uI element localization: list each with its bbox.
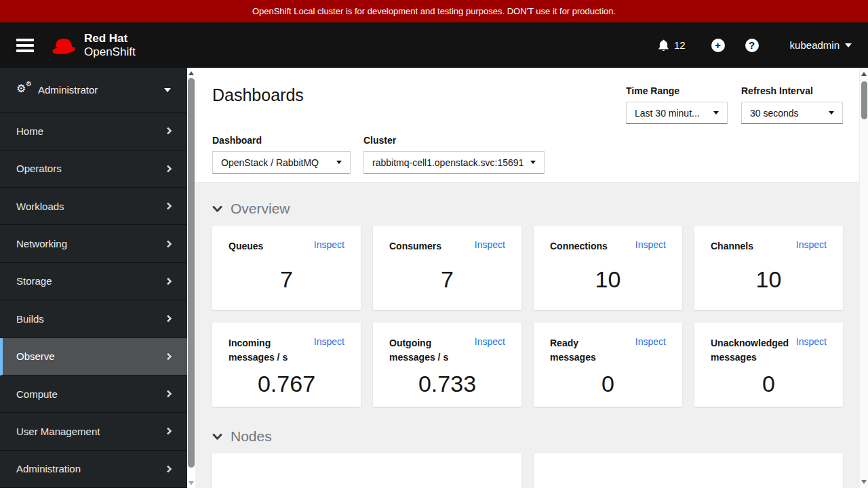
sidebar-item-storage[interactable]: Storage: [0, 263, 187, 300]
inspect-link[interactable]: Inspect: [796, 336, 827, 347]
notifications-button[interactable]: 12: [658, 39, 686, 52]
dashboard-field: Dashboard OpenStack / RabbitMQ: [212, 135, 351, 174]
sidebar-item-operators[interactable]: Operators: [0, 150, 187, 188]
cluster-label: Cluster: [363, 135, 545, 146]
chevron-right-icon: [164, 390, 172, 397]
sidebar-item-networking[interactable]: Networking: [0, 225, 187, 262]
cluster-field: Cluster rabbitmq-cell1.openstack.svc:156…: [363, 135, 545, 174]
inspect-link[interactable]: Inspect: [314, 239, 344, 250]
inspect-link[interactable]: Inspect: [314, 336, 344, 347]
nav-toggle-button[interactable]: [16, 39, 34, 52]
add-button[interactable]: +: [711, 39, 725, 52]
chevron-right-icon: [164, 127, 172, 135]
card-value: 0.767: [258, 368, 315, 397]
card-value: 7: [280, 264, 293, 293]
cluster-select[interactable]: rabbitmq-cell1.openstack.svc:15691: [363, 151, 545, 174]
brand-logo[interactable]: Red Hat OpenShift: [50, 32, 136, 58]
chevron-right-icon: [164, 465, 172, 472]
brand-line1: Red Hat: [84, 32, 136, 45]
inspect-link[interactable]: Inspect: [475, 239, 505, 250]
dashboard-value: OpenStack / RabbitMQ: [221, 157, 319, 168]
inspect-link[interactable]: Inspect: [635, 336, 666, 347]
scroll-down-arrow-icon[interactable]: [189, 481, 194, 485]
sidebar-item-label: Workloads: [16, 201, 64, 212]
sidebar-item-label: Administration: [16, 463, 81, 474]
scroll-up-arrow-icon[interactable]: [189, 71, 194, 75]
sidebar-scrollbar[interactable]: [187, 68, 195, 488]
inspect-link[interactable]: Inspect: [635, 239, 666, 250]
sidebar-item-observe[interactable]: Observe: [0, 338, 187, 375]
card-title: Ready messages: [550, 336, 626, 365]
caret-down-icon: [164, 88, 171, 92]
inspect-link[interactable]: Inspect: [475, 336, 505, 347]
sidebar-item-workloads[interactable]: Workloads: [0, 188, 187, 225]
card-consumers: Consumers Inspect 7: [373, 226, 521, 310]
card-value: 7: [441, 264, 454, 293]
inspect-link[interactable]: Inspect: [796, 239, 827, 250]
sidebar-item-administration[interactable]: Administration: [0, 451, 187, 488]
perspective-label: Administrator: [38, 84, 98, 96]
node-card: [212, 453, 521, 488]
chevron-right-icon: [164, 315, 172, 323]
plus-circle-icon: +: [711, 39, 725, 52]
refresh-interval-select[interactable]: 30 seconds: [741, 102, 843, 124]
card-title: Unacknowledged messages: [711, 336, 787, 365]
chevron-right-icon: [164, 165, 172, 172]
refresh-interval-label: Refresh Interval: [741, 85, 843, 96]
masthead: Red Hat OpenShift 12 + ? kubeadmin: [0, 22, 868, 68]
time-range-label: Time Range: [626, 85, 728, 96]
sidebar-item-label: User Management: [16, 426, 100, 437]
help-button[interactable]: ?: [745, 39, 759, 52]
sidebar-item-label: Operators: [16, 163, 62, 174]
sidebar-item-label: Observe: [16, 350, 55, 362]
card-connections: Connections Inspect 10: [534, 226, 682, 310]
section-title: Overview: [231, 201, 290, 217]
card-title: Outgoing messages / s: [389, 336, 465, 365]
time-range-select[interactable]: Last 30 minut...: [626, 102, 728, 124]
card-value: 10: [595, 264, 621, 293]
sidebar-item-label: Compute: [16, 388, 58, 400]
sidebar-item-label: Storage: [16, 275, 52, 287]
node-card: [534, 453, 843, 488]
caret-down-icon: [829, 111, 834, 115]
sidebar-item-home[interactable]: Home: [0, 113, 187, 150]
overview-card-grid: Queues Inspect 7 Consumers Inspect 7 Con…: [212, 226, 843, 407]
card-ready-messages: Ready messages Inspect 0: [534, 323, 682, 407]
scrollbar-thumb[interactable]: [188, 78, 195, 468]
page-title: Dashboards: [212, 85, 304, 105]
card-queues: Queues Inspect 7: [212, 226, 361, 310]
card-value: 0.733: [418, 368, 476, 397]
sidebar-item-builds[interactable]: Builds: [0, 300, 187, 338]
question-circle-icon: ?: [745, 39, 759, 52]
overview-section-toggle[interactable]: Overview: [212, 201, 843, 217]
nodes-section-toggle[interactable]: Nodes: [212, 428, 843, 445]
sidebar-item-user-management[interactable]: User Management: [0, 413, 187, 450]
card-title: Channels: [711, 239, 753, 253]
scrollbar-thumb[interactable]: [861, 81, 867, 119]
cogs-icon: ⚙⚙: [16, 83, 31, 97]
sidebar-item-compute[interactable]: Compute: [0, 375, 187, 413]
perspective-switcher[interactable]: ⚙⚙ Administrator: [0, 68, 187, 113]
sidebar-item-label: Networking: [16, 238, 67, 249]
caret-down-icon: [713, 111, 719, 115]
card-title: Connections: [550, 239, 608, 253]
sidebar-item-label: Builds: [16, 313, 44, 325]
dashboard-select[interactable]: OpenStack / RabbitMQ: [212, 151, 351, 174]
user-menu[interactable]: kubeadmin: [790, 39, 852, 51]
scroll-up-arrow-icon[interactable]: [861, 72, 867, 76]
time-range-field: Time Range Last 30 minut...: [626, 85, 728, 124]
card-value: 10: [756, 264, 782, 293]
main-scrollbar[interactable]: [859, 68, 868, 488]
brand-text: Red Hat OpenShift: [84, 32, 136, 58]
chevron-right-icon: [164, 240, 172, 247]
card-incoming-messages: Incoming messages / s Inspect 0.767: [212, 323, 361, 407]
bell-icon: [658, 39, 669, 52]
notification-count: 12: [674, 39, 686, 51]
refresh-interval-field: Refresh Interval 30 seconds: [741, 85, 843, 124]
username: kubeadmin: [790, 39, 840, 51]
caret-down-icon: [336, 161, 342, 164]
chevron-right-icon: [164, 277, 172, 285]
scroll-down-arrow-icon[interactable]: [861, 480, 867, 484]
page-header: Dashboards Time Range Last 30 minut... R…: [195, 68, 859, 183]
cluster-value: rabbitmq-cell1.openstack.svc:15691: [372, 157, 524, 168]
